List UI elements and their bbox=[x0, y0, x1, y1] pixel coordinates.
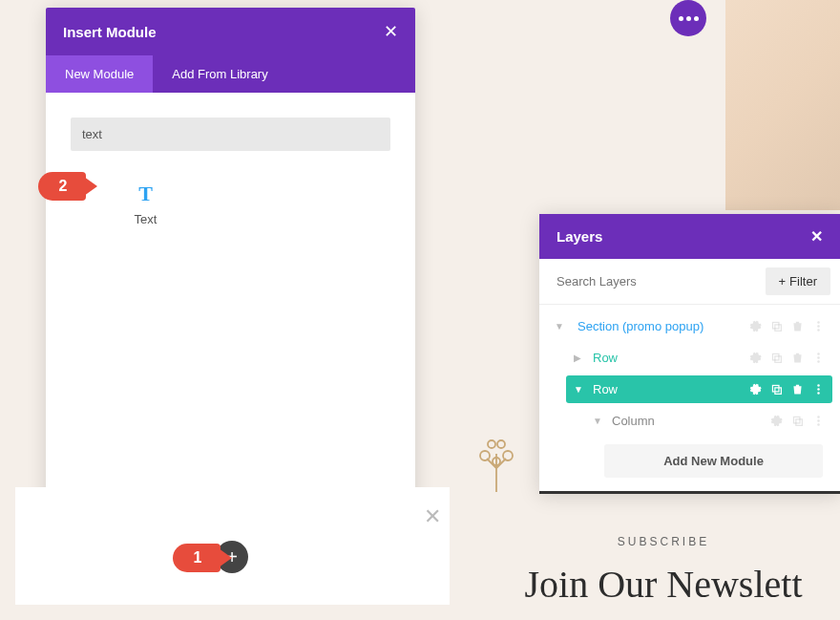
svg-point-27 bbox=[817, 423, 819, 425]
more-menu-button[interactable] bbox=[670, 0, 706, 36]
svg-rect-23 bbox=[793, 417, 800, 423]
dots-icon[interactable] bbox=[812, 383, 825, 396]
duplicate-icon[interactable] bbox=[770, 352, 783, 364]
svg-point-17 bbox=[817, 360, 819, 362]
svg-rect-9 bbox=[775, 325, 782, 331]
svg-point-12 bbox=[817, 329, 819, 331]
svg-line-6 bbox=[487, 459, 496, 468]
newsletter-section: SUBSCRIBE Join Our Newslett bbox=[487, 535, 840, 607]
svg-line-7 bbox=[496, 459, 506, 468]
svg-point-21 bbox=[817, 388, 819, 390]
tree-row-column[interactable]: ▼ Column bbox=[585, 407, 832, 435]
tree-row-row[interactable]: ▶ Row bbox=[566, 344, 832, 372]
close-icon[interactable]: ✕ bbox=[384, 21, 398, 42]
gear-icon[interactable] bbox=[749, 352, 762, 364]
plus-icon: + bbox=[779, 274, 787, 289]
newsletter-title: Join Our Newslett bbox=[487, 562, 840, 607]
close-icon[interactable]: ✕ bbox=[810, 227, 823, 246]
insert-module-panel: Insert Module ✕ New Module Add From Libr… bbox=[46, 8, 415, 534]
chevron-down-icon[interactable]: ▼ bbox=[593, 416, 606, 426]
newsletter-subtitle: SUBSCRIBE bbox=[487, 535, 840, 548]
svg-rect-14 bbox=[775, 356, 782, 363]
svg-point-4 bbox=[497, 440, 505, 448]
svg-rect-24 bbox=[796, 419, 803, 426]
module-item-label: Text bbox=[71, 212, 220, 226]
insert-module-header: Insert Module ✕ bbox=[46, 8, 415, 55]
svg-rect-8 bbox=[772, 322, 779, 329]
chevron-down-icon[interactable]: ▼ bbox=[555, 321, 568, 331]
svg-point-26 bbox=[817, 419, 819, 421]
dots-icon[interactable] bbox=[812, 415, 825, 427]
layers-search-input[interactable] bbox=[549, 267, 758, 296]
layers-tree: ▼ Section (promo popup) ▶ Row ▼ Row bbox=[539, 305, 840, 491]
layers-toolbar: + Filter bbox=[539, 259, 840, 305]
svg-point-20 bbox=[817, 384, 819, 386]
callout-marker-2: 2 bbox=[38, 172, 86, 201]
duplicate-icon[interactable] bbox=[791, 415, 804, 427]
tree-label: Row bbox=[593, 382, 749, 396]
tab-add-from-library[interactable]: Add From Library bbox=[153, 55, 286, 93]
background-image bbox=[725, 0, 840, 210]
svg-point-25 bbox=[817, 416, 819, 417]
svg-point-22 bbox=[817, 392, 819, 394]
layers-panel: Layers ✕ + Filter ▼ Section (promo popup… bbox=[539, 214, 840, 494]
tab-new-module[interactable]: New Module bbox=[46, 55, 153, 93]
chevron-right-icon[interactable]: ▶ bbox=[574, 353, 587, 363]
svg-point-3 bbox=[488, 440, 495, 448]
decoration-floral bbox=[468, 435, 525, 492]
insert-module-tabs: New Module Add From Library bbox=[46, 55, 415, 93]
tree-label: Column bbox=[612, 414, 770, 428]
svg-point-10 bbox=[817, 321, 819, 323]
tree-label: Section (promo popup) bbox=[578, 319, 749, 333]
svg-rect-13 bbox=[772, 353, 779, 360]
svg-point-11 bbox=[817, 325, 819, 327]
duplicate-icon[interactable] bbox=[770, 320, 783, 332]
add-module-button[interactable]: Add New Module bbox=[604, 444, 823, 478]
duplicate-icon[interactable] bbox=[770, 383, 783, 396]
trash-icon[interactable] bbox=[791, 320, 804, 332]
tree-row-row-active[interactable]: ▼ Row bbox=[566, 375, 832, 403]
tree-label: Row bbox=[593, 351, 749, 365]
svg-rect-19 bbox=[775, 388, 782, 395]
gear-icon[interactable] bbox=[749, 383, 762, 396]
trash-icon[interactable] bbox=[791, 383, 804, 396]
insert-module-title: Insert Module bbox=[63, 24, 157, 40]
dots-icon[interactable] bbox=[812, 352, 825, 364]
svg-point-15 bbox=[817, 353, 819, 354]
module-search-input[interactable] bbox=[71, 118, 390, 151]
gear-icon[interactable] bbox=[749, 320, 762, 332]
layers-title: Layers bbox=[556, 228, 602, 245]
filter-button[interactable]: + Filter bbox=[766, 267, 830, 295]
svg-point-16 bbox=[817, 356, 819, 358]
tree-row-section[interactable]: ▼ Section (promo popup) bbox=[547, 312, 832, 340]
chevron-down-icon[interactable]: ▼ bbox=[574, 384, 587, 395]
svg-rect-18 bbox=[772, 385, 779, 392]
gear-icon[interactable] bbox=[770, 415, 783, 427]
close-icon[interactable]: ✕ bbox=[424, 504, 441, 529]
dots-icon[interactable] bbox=[812, 320, 825, 332]
filter-label: Filter bbox=[789, 274, 817, 289]
trash-icon[interactable] bbox=[791, 352, 804, 364]
callout-marker-1: 1 bbox=[173, 544, 220, 572]
layers-header: Layers ✕ bbox=[539, 214, 840, 259]
